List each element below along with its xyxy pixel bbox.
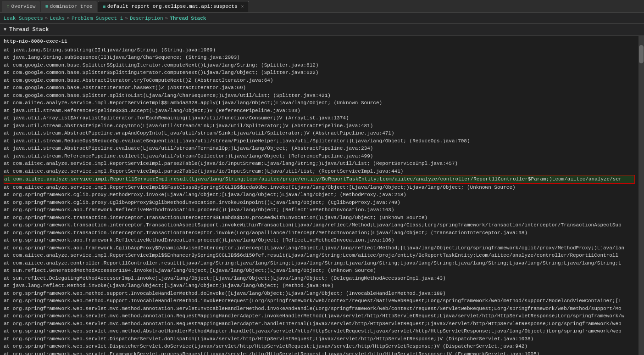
stack-line: at org.springframework.aop.framework.Cgl… — [4, 244, 635, 252]
stack-content[interactable]: http-nio-8080-exec-11 at java.lang.Strin… — [0, 36, 638, 355]
stack-line: at org.springframework.cglib.proxy.Metho… — [4, 191, 635, 199]
stack-line: at com.aiitec.analyze.service.impl.Repor… — [4, 175, 635, 184]
stack-line: at java.util.stream.ReferencePipeline.co… — [4, 152, 635, 160]
stack-line: at java.lang.String.substring(II)Ljava/l… — [4, 46, 635, 54]
stack-line: at org.springframework.aop.framework.Ref… — [4, 206, 635, 214]
breadcrumb-sep-1: » — [45, 16, 48, 21]
stack-line: at com.aiitec.analyze.service.impl.Repor… — [4, 160, 635, 168]
stack-line: at java.util.stream.ReferencePipeline$3$… — [4, 107, 635, 115]
stack-line: at com.google.common.base.Splitter.split… — [4, 92, 635, 100]
stack-line: at org.springframework.web.servlet.mvc.m… — [4, 305, 635, 313]
stack-line: at org.springframework.aop.framework.Ref… — [4, 237, 635, 244]
stack-line: at org.springframework.web.method.suppor… — [4, 297, 635, 305]
stack-line: at com.aiitec.analyze.service.impl.Repor… — [4, 99, 635, 107]
content-area: http-nio-8080-exec-11 at java.lang.Strin… — [0, 36, 644, 355]
stack-line: at org.springframework.web.method.suppor… — [4, 290, 635, 298]
breadcrumb: Leak Suspects » Leaks » Problem Suspect … — [0, 13, 644, 24]
section-title: Thread Stack — [9, 27, 49, 33]
tab-overview[interactable]: ○ Overview — [2, 1, 40, 12]
stack-line: at com.google.common.base.AbstractIterat… — [4, 77, 635, 85]
breadcrumb-problem-suspect[interactable]: Problem Suspect 1 — [72, 16, 123, 21]
overview-icon: ○ — [6, 4, 10, 9]
breadcrumb-sep-4: » — [165, 16, 168, 21]
stack-line: at org.springframework.web.servlet.Frame… — [4, 350, 635, 355]
tab-overview-label: Overview — [11, 4, 36, 9]
tab-bar: ○ Overview ▦ dominator_tree ▦ default_re… — [0, 0, 644, 13]
breadcrumb-sep-2: » — [67, 16, 70, 21]
tab-close-icon[interactable]: ✕ — [241, 4, 244, 9]
collapse-icon[interactable]: ▼ — [4, 27, 6, 32]
tab-dominator-label: dominator_tree — [50, 4, 92, 9]
stack-line: at com.aiitec.analyze.service.impl.Repor… — [4, 184, 635, 192]
stack-line: at org.springframework.web.servlet.Dispa… — [4, 335, 635, 343]
tab-default-report-label: default_report org.eclipse.mat.api:suspe… — [107, 4, 238, 9]
stack-line: at org.springframework.transaction.inter… — [4, 214, 635, 222]
stack-line: at java.lang.String.subSequence(II)Ljava… — [4, 54, 635, 62]
breadcrumb-leak-suspects[interactable]: Leak Suspects — [4, 16, 43, 21]
thread-name: http-nio-8080-exec-11 — [4, 38, 635, 45]
section-header: ▼ Thread Stack — [0, 24, 644, 36]
breadcrumb-sep-3: » — [125, 16, 128, 21]
stack-line: at java.util.ArrayList$ArrayListSplitera… — [4, 114, 635, 122]
stack-line: at org.springframework.web.servlet.mvc.m… — [4, 327, 635, 335]
breadcrumb-thread-stack[interactable]: Thread Stack — [170, 16, 206, 21]
tab-dominator-tree[interactable]: ▦ dominator_tree — [41, 1, 97, 12]
stack-line: at org.springframework.transaction.inter… — [4, 229, 635, 237]
stack-line: at java.util.stream.AbstractPipeline.cop… — [4, 122, 635, 130]
stack-line: at org.springframework.web.servlet.Dispa… — [4, 343, 635, 350]
stack-line: at org.springframework.web.servlet.mvc.m… — [4, 320, 635, 328]
vertical-scrollbar[interactable] — [638, 36, 644, 355]
stack-line: at org.springframework.cglib.proxy.Cglib… — [4, 199, 635, 207]
stack-line: at com.aiitec.analyze.service.impl.Repor… — [4, 252, 635, 259]
dominator-icon: ▦ — [45, 4, 48, 9]
stack-line: at org.springframework.transaction.inter… — [4, 221, 635, 229]
stack-line: at java.util.stream.ReduceOps$ReduceOp.e… — [4, 137, 635, 145]
stack-line: at com.google.common.base.AbstractIterat… — [4, 84, 635, 92]
stack-line: at java.lang.reflect.Method.invoke(Ljava… — [4, 282, 635, 290]
stack-line: at com.google.common.base.Splitter$Split… — [4, 62, 635, 69]
stack-line: at java.util.stream.AbstractPipeline.eva… — [4, 145, 635, 152]
report-icon: ▦ — [103, 4, 105, 9]
stack-line: at com.google.common.base.Splitter$Split… — [4, 69, 635, 77]
stack-line: at com.aiitec.analyze.service.impl.Repor… — [4, 168, 635, 175]
stack-line: at com.aiitec.analyze.controller.Report1… — [4, 259, 635, 267]
breadcrumb-description[interactable]: Description — [130, 16, 163, 21]
scrollbar-thumb[interactable] — [639, 45, 644, 63]
stack-line: at org.springframework.web.servlet.mvc.m… — [4, 312, 635, 320]
tab-default-report[interactable]: ▦ default_report org.eclipse.mat.api:sus… — [98, 1, 249, 12]
stack-line: at sun.reflect.GeneratedMethodAccessor11… — [4, 267, 635, 275]
stack-line: at java.util.stream.AbstractPipeline.wra… — [4, 130, 635, 137]
stack-line: at sun.reflect.DelegatingMethodAccessorI… — [4, 275, 635, 282]
breadcrumb-leaks[interactable]: Leaks — [50, 16, 65, 21]
